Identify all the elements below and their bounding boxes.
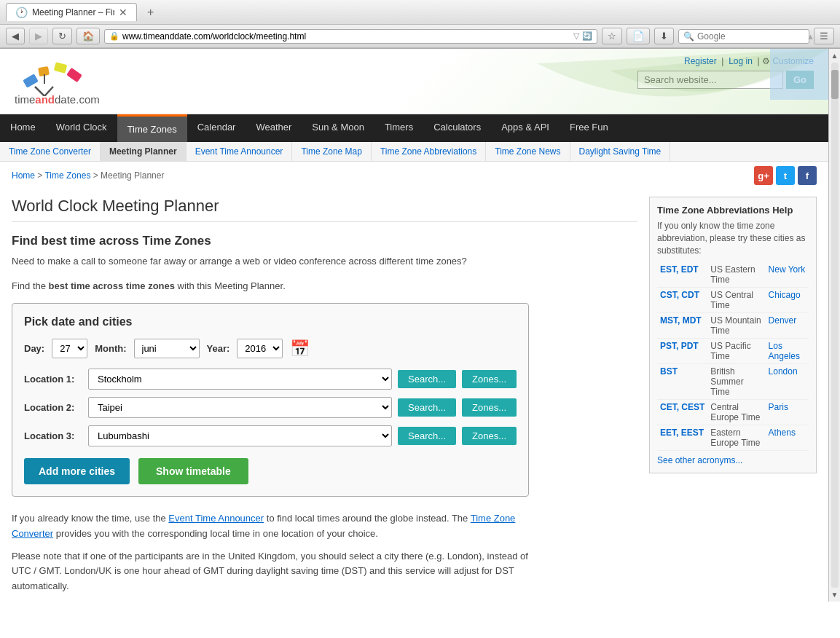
location1-zones-button[interactable]: Zones... — [462, 370, 517, 388]
tz-table: EST, EDT US Eastern Time New York CST, C… — [657, 262, 809, 451]
tz-table-row: CET, CEST Central Europe Time Paris — [657, 400, 809, 425]
nav-apps-api[interactable]: Apps & API — [491, 114, 560, 142]
location2-select[interactable]: Taipei — [88, 397, 392, 418]
tz-abbr[interactable]: EST, EDT — [657, 262, 707, 288]
location1-search-button[interactable]: Search... — [398, 370, 456, 388]
bookmark-button[interactable]: ☆ — [602, 28, 622, 44]
google-plus-icon[interactable]: g+ — [754, 166, 773, 185]
subnav-tz-news[interactable]: Time Zone News — [486, 142, 570, 161]
sub-navigation: Time Zone Converter Meeting Planner Even… — [0, 142, 828, 162]
month-select[interactable]: juni — [134, 339, 200, 358]
breadcrumb-sep1: > — [37, 170, 44, 181]
intro-paragraph-1: Need to make a call to someone far away … — [12, 254, 637, 269]
logo-svg — [17, 56, 97, 96]
scroll-down-arrow[interactable]: ▼ — [830, 589, 840, 600]
breadcrumb-sep2: > — [93, 170, 101, 181]
nav-weather[interactable]: Weather — [246, 114, 302, 142]
tz-other-link[interactable]: See other acronyms... — [657, 455, 809, 465]
twitter-icon[interactable]: t — [776, 166, 795, 185]
logo[interactable]: timeanddate.com — [15, 56, 100, 106]
location3-search-button[interactable]: Search... — [398, 427, 456, 445]
tz-name: US Pacific Time — [707, 339, 765, 364]
home-button[interactable]: 🏠 — [76, 28, 100, 44]
nav-home[interactable]: Home — [0, 114, 46, 142]
day-label: Day: — [24, 343, 44, 354]
scrollbar[interactable]: ▲ ▼ — [828, 49, 840, 602]
tz-city[interactable]: Denver — [766, 313, 809, 339]
breadcrumb-bar: Home > Time Zones > Meeting Planner g+ t… — [0, 162, 828, 189]
nav-calendar[interactable]: Calendar — [187, 114, 246, 142]
subnav-dst[interactable]: Daylight Saving Time — [570, 142, 671, 161]
calendar-icon[interactable]: 📅 — [290, 339, 310, 358]
social-icons: g+ t f — [754, 166, 817, 185]
subnav-tz-abbreviations[interactable]: Time Zone Abbreviations — [372, 142, 486, 161]
tz-city[interactable]: Athens — [766, 425, 809, 451]
planner-title: Pick date and cities — [24, 315, 517, 328]
tz-abbr[interactable]: MST, MDT — [657, 313, 707, 339]
tz-name: US Mountain Time — [707, 313, 765, 339]
subnav-meeting-planner[interactable]: Meeting Planner — [101, 142, 187, 161]
tz-city[interactable]: Paris — [766, 400, 809, 425]
back-button[interactable]: ◀ — [6, 28, 25, 44]
action-row: Add more cities Show timetable — [24, 458, 517, 484]
tz-help-desc: If you only know the time zone abbreviat… — [657, 220, 809, 256]
address-bar[interactable] — [122, 31, 570, 42]
year-select[interactable]: 2016 — [237, 339, 283, 358]
location3-select[interactable]: Lubumbashi — [88, 425, 392, 446]
tz-city[interactable]: London — [766, 364, 809, 400]
tab-close-icon[interactable]: ✕ — [119, 7, 127, 18]
breadcrumb-home[interactable]: Home — [12, 170, 35, 181]
scroll-track[interactable] — [831, 63, 839, 588]
nav-timers[interactable]: Timers — [374, 114, 423, 142]
tz-abbr[interactable]: BST — [657, 364, 707, 400]
add-more-cities-button[interactable]: Add more cities — [24, 458, 130, 484]
tz-help-title: Time Zone Abbreviations Help — [657, 205, 809, 216]
location2-zones-button[interactable]: Zones... — [462, 398, 517, 417]
svg-rect-2 — [54, 62, 68, 74]
tz-abbr[interactable]: PST, PDT — [657, 339, 707, 364]
scroll-up-arrow[interactable]: ▲ — [830, 50, 840, 61]
show-timetable-button[interactable]: Show timetable — [138, 458, 248, 484]
nav-time-zones[interactable]: Time Zones — [117, 114, 187, 142]
tz-city[interactable]: Chicago — [766, 288, 809, 313]
tz-name: US Eastern Time — [707, 262, 765, 288]
tz-abbr[interactable]: EET, EEST — [657, 425, 707, 451]
browser-search-input[interactable] — [697, 31, 806, 42]
tz-table-row: MST, MDT US Mountain Time Denver — [657, 313, 809, 339]
nav-sun-moon[interactable]: Sun & Moon — [302, 114, 374, 142]
menu-button[interactable]: ☰ — [814, 28, 834, 44]
planner-box: Pick date and cities Day: 27 Month: juni — [12, 303, 529, 497]
tz-table-row: EST, EDT US Eastern Time New York — [657, 262, 809, 288]
nav-free-fun[interactable]: Free Fun — [560, 114, 619, 142]
breadcrumb: Home > Time Zones > Meeting Planner — [12, 170, 164, 181]
location1-select[interactable]: Stockholm — [88, 369, 392, 390]
tz-abbr[interactable]: CET, CEST — [657, 400, 707, 425]
reader-button[interactable]: 📄 — [627, 28, 650, 44]
subnav-event-time-announcer[interactable]: Event Time Announcer — [187, 142, 293, 161]
day-select[interactable]: 27 — [52, 339, 87, 358]
subnav-tz-converter[interactable]: Time Zone Converter — [0, 142, 101, 161]
facebook-icon[interactable]: f — [798, 166, 817, 185]
reload-button[interactable]: ↻ — [52, 28, 72, 44]
tz-city[interactable]: New York — [766, 262, 809, 288]
location3-zones-button[interactable]: Zones... — [462, 427, 517, 445]
location2-search-button[interactable]: Search... — [398, 398, 456, 417]
tz-name: British Summer Time — [707, 364, 765, 400]
tz-abbr[interactable]: CST, CDT — [657, 288, 707, 313]
section-title: Find best time across Time Zones — [12, 234, 637, 248]
location3-row: Location 3: Lubumbashi Search... Zones..… — [24, 425, 517, 446]
tz-city[interactable]: Los Angeles — [766, 339, 809, 364]
nav-world-clock[interactable]: World Clock — [46, 114, 117, 142]
tz-table-row: EET, EEST Eastern Europe Time Athens — [657, 425, 809, 451]
download-button[interactable]: ⬇ — [654, 28, 674, 44]
event-time-announcer-link[interactable]: Event Time Announcer — [168, 513, 264, 524]
subnav-tz-map[interactable]: Time Zone Map — [292, 142, 372, 161]
breadcrumb-time-zones[interactable]: Time Zones — [44, 170, 90, 181]
forward-button[interactable]: ▶ — [29, 28, 48, 44]
nav-calculators[interactable]: Calculators — [423, 114, 491, 142]
new-tab-button[interactable]: + — [143, 6, 158, 19]
location2-label: Location 2: — [24, 402, 82, 413]
scroll-thumb[interactable] — [831, 70, 839, 99]
month-label: Month: — [95, 343, 126, 354]
tz-table-row: CST, CDT US Central Time Chicago — [657, 288, 809, 313]
